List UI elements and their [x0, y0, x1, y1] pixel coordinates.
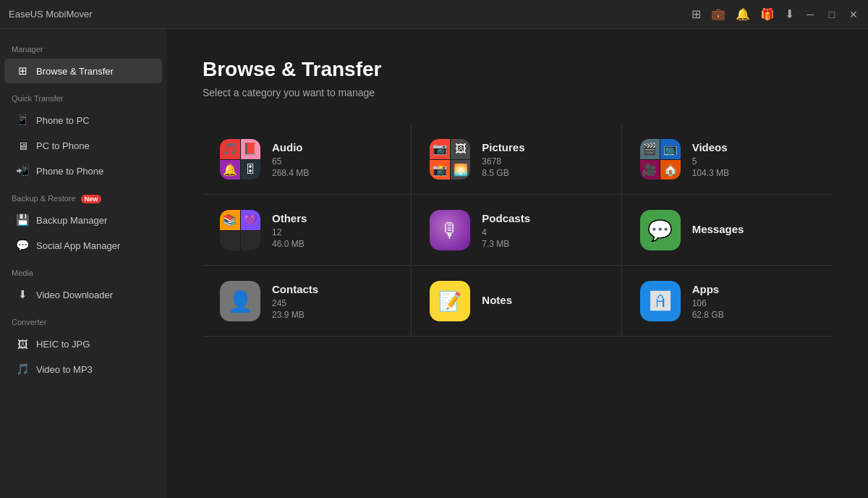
new-badge: New: [81, 195, 102, 203]
titlebar: EaseUS MobiMover ⊞ 💼 🔔 🎁 ⬇ ─ □ ✕: [0, 0, 868, 29]
messages-icon: 💬: [640, 210, 681, 250]
others-size: 46.0 MB: [272, 239, 307, 249]
pictures-name: Pictures: [482, 141, 524, 153]
sidebar-item-label-video-downloader: Video Downloader: [36, 290, 113, 300]
app-title: EaseUS MobiMover: [9, 9, 93, 20]
videos-count: 5: [692, 156, 729, 166]
contacts-info: Contacts 245 23.9 MB: [272, 283, 318, 320]
messages-info: Messages: [692, 223, 744, 238]
close-button[interactable]: ✕: [848, 9, 859, 20]
pictures-info: Pictures 3678 8.5 GB: [482, 141, 524, 178]
audio-icon: 🎵 📕 🔔 🎛: [220, 139, 260, 180]
backup-manager-icon: 💾: [16, 214, 29, 227]
category-card-audio[interactable]: 🎵 📕 🔔 🎛 Audio 65 268.4 MB: [203, 124, 412, 195]
minimize-button[interactable]: ─: [804, 9, 816, 20]
section-label-converter: Converter: [0, 308, 166, 331]
podcasts-name: Podcasts: [482, 212, 530, 224]
notes-icon: 📝: [430, 281, 470, 321]
notes-info: Notes: [482, 294, 512, 309]
bell-icon[interactable]: 🔔: [736, 7, 750, 21]
videos-icon: 🎬 📺 🎥 🏠: [640, 139, 681, 180]
category-card-messages[interactable]: 💬 Messages: [623, 195, 832, 266]
contacts-icon: 👤: [220, 281, 260, 321]
others-count: 12: [272, 227, 307, 237]
gift-icon[interactable]: 🎁: [760, 7, 775, 21]
download-icon[interactable]: ⬇: [785, 7, 794, 21]
sidebar-item-backup-manager[interactable]: 💾 Backup Manager: [4, 208, 162, 232]
sidebar-item-browse-transfer[interactable]: ⊞ Browse & Transfer: [4, 59, 162, 83]
apps-icon: 🅰: [640, 281, 681, 321]
sidebar-item-label-video-mp3: Video to MP3: [36, 364, 93, 375]
content-area: Browse & Transfer Select a category you …: [166, 29, 868, 498]
sidebar-item-label-heic: HEIC to JPG: [36, 339, 90, 350]
apps-size: 62.8 GB: [692, 310, 724, 320]
device-icon[interactable]: ⊞: [692, 7, 701, 21]
notes-name: Notes: [482, 294, 512, 306]
section-label-backup: Backup & Restore New: [0, 184, 166, 207]
phone-to-phone-icon: 📲: [16, 164, 29, 177]
videos-size: 104.3 MB: [692, 168, 729, 178]
sidebar-item-social-app-manager[interactable]: 💬 Social App Manager: [4, 233, 162, 258]
category-card-pictures[interactable]: 📷 🖼 📸 🌅 Pictures 3678 8.5 GB: [412, 124, 621, 195]
section-label-manager: Manager: [0, 35, 166, 58]
audio-count: 65: [272, 156, 309, 166]
category-card-notes[interactable]: 📝 Notes: [412, 266, 621, 337]
videos-name: Videos: [692, 141, 729, 153]
sidebar-item-video-downloader[interactable]: ⬇ Video Downloader: [4, 282, 162, 307]
sidebar-item-phone-to-pc[interactable]: 📱 Phone to PC: [4, 108, 162, 132]
sidebar-item-label-phone-to-phone: Phone to Phone: [36, 166, 103, 177]
pictures-size: 8.5 GB: [482, 168, 524, 178]
contacts-count: 245: [272, 298, 318, 308]
social-app-icon: 💬: [16, 239, 29, 252]
audio-size: 268.4 MB: [272, 168, 309, 178]
sidebar-item-pc-to-phone[interactable]: 🖥 PC to Phone: [4, 133, 162, 158]
sidebar-item-heic-to-jpg[interactable]: 🖼 HEIC to JPG: [4, 332, 162, 356]
apps-info: Apps 106 62.8 GB: [692, 283, 724, 320]
sidebar-item-video-to-mp3[interactable]: 🎵 Video to MP3: [4, 357, 162, 381]
sidebar-item-phone-to-phone[interactable]: 📲 Phone to Phone: [4, 159, 162, 183]
podcasts-info: Podcasts 4 7.3 MB: [482, 212, 530, 249]
video-mp3-icon: 🎵: [16, 363, 29, 376]
page-subtitle: Select a category you want to manage: [203, 87, 832, 98]
audio-name: Audio: [272, 141, 309, 153]
sidebar-item-label-pc-to-phone: PC to Phone: [36, 140, 90, 151]
category-grid: 🎵 📕 🔔 🎛 Audio 65 268.4 MB 📷: [203, 124, 832, 337]
contacts-size: 23.9 MB: [272, 310, 318, 320]
window-controls: ⊞ 💼 🔔 🎁 ⬇ ─ □ ✕: [692, 7, 859, 21]
category-card-contacts[interactable]: 👤 Contacts 245 23.9 MB: [203, 266, 412, 337]
others-info: Others 12 46.0 MB: [272, 212, 307, 249]
browse-transfer-icon: ⊞: [16, 64, 29, 77]
audio-info: Audio 65 268.4 MB: [272, 141, 309, 178]
heic-icon: 🖼: [16, 337, 29, 350]
pictures-icon: 📷 🖼 📸 🌅: [430, 139, 470, 180]
category-card-apps[interactable]: 🅰 Apps 106 62.8 GB: [623, 266, 832, 337]
podcasts-size: 7.3 MB: [482, 239, 530, 249]
podcasts-count: 4: [482, 227, 530, 237]
apps-name: Apps: [692, 283, 724, 295]
video-downloader-icon: ⬇: [16, 288, 29, 301]
podcasts-icon: 🎙: [430, 210, 470, 250]
wallet-icon[interactable]: 💼: [711, 7, 726, 21]
main-layout: Manager ⊞ Browse & Transfer Quick Transf…: [0, 29, 868, 498]
section-label-media: Media: [0, 258, 166, 282]
pictures-count: 3678: [482, 156, 524, 166]
others-name: Others: [272, 212, 307, 224]
phone-to-pc-icon: 📱: [16, 114, 29, 127]
contacts-name: Contacts: [272, 283, 318, 295]
maximize-button[interactable]: □: [826, 9, 838, 20]
apps-count: 106: [692, 298, 724, 308]
sidebar: Manager ⊞ Browse & Transfer Quick Transf…: [0, 29, 166, 498]
category-card-others[interactable]: 📚 💜 Others 12 46.0 MB: [203, 195, 412, 266]
messages-name: Messages: [692, 223, 744, 235]
page-title: Browse & Transfer: [203, 58, 832, 81]
videos-info: Videos 5 104.3 MB: [692, 141, 729, 178]
pc-to-phone-icon: 🖥: [16, 139, 29, 152]
sidebar-item-label-phone-to-pc: Phone to PC: [36, 115, 90, 126]
sidebar-item-label-browse-transfer: Browse & Transfer: [36, 66, 114, 77]
category-card-videos[interactable]: 🎬 📺 🎥 🏠 Videos 5 104.3 MB: [623, 124, 832, 195]
section-label-quick-transfer: Quick Transfer: [0, 84, 166, 107]
others-icon: 📚 💜: [220, 210, 260, 250]
sidebar-item-label-social-app: Social App Manager: [36, 240, 120, 251]
sidebar-item-label-backup-manager: Backup Manager: [36, 215, 107, 226]
category-card-podcasts[interactable]: 🎙 Podcasts 4 7.3 MB: [412, 195, 621, 266]
